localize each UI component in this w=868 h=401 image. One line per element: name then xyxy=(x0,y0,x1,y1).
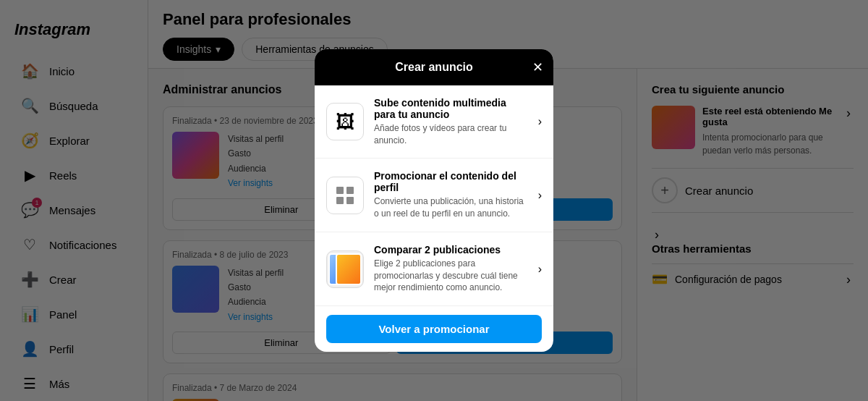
svg-rect-1 xyxy=(346,187,354,194)
modal-option-perfil[interactable]: Promocionar el contenido del perfil Conv… xyxy=(315,159,553,232)
modal-opt-desc-perfil: Convierte una publicación, una historia … xyxy=(374,195,528,220)
modal: Crear anuncio ✕ 🖼 Sube contenido multime… xyxy=(315,49,553,353)
modal-header: Crear anuncio ✕ xyxy=(315,49,553,85)
modal-opt-title-perfil: Promocionar el contenido del perfil xyxy=(374,170,528,193)
modal-opt-title-multimedia: Sube contenido multimedia para tu anunci… xyxy=(374,97,528,120)
modal-back-button[interactable]: Volver a promocionar xyxy=(326,315,542,343)
svg-rect-3 xyxy=(346,197,354,204)
comparar-chevron-icon: › xyxy=(538,263,542,276)
modal-opt-text-perfil: Promocionar el contenido del perfil Conv… xyxy=(374,170,528,220)
modal-option-multimedia[interactable]: 🖼 Sube contenido multimedia para tu anun… xyxy=(315,85,553,159)
modal-opt-desc-comparar: Elige 2 publicaciones para promocionarla… xyxy=(374,258,528,294)
modal-close-button[interactable]: ✕ xyxy=(532,59,543,75)
compare-img-right xyxy=(336,253,362,285)
compare-icon xyxy=(326,250,364,288)
modal-overlay[interactable]: Crear anuncio ✕ 🖼 Sube contenido multime… xyxy=(0,0,868,401)
modal-opt-desc-multimedia: Añade fotos y vídeos para crear tu anunc… xyxy=(374,122,528,147)
multimedia-chevron-icon: › xyxy=(538,115,542,128)
profile-content-icon xyxy=(326,177,364,214)
modal-title: Crear anuncio xyxy=(395,61,473,73)
svg-rect-2 xyxy=(336,197,344,204)
modal-opt-text-multimedia: Sube contenido multimedia para tu anunci… xyxy=(374,97,528,147)
perfil-chevron-icon: › xyxy=(538,189,542,202)
multimedia-icon: 🖼 xyxy=(326,103,364,140)
modal-opt-title-comparar: Comparar 2 publicaciones xyxy=(374,244,528,256)
compare-stack xyxy=(327,250,363,288)
modal-option-comparar[interactable]: Comparar 2 publicaciones Elige 2 publica… xyxy=(315,232,553,306)
svg-rect-0 xyxy=(336,187,344,194)
modal-opt-text-comparar: Comparar 2 publicaciones Elige 2 publica… xyxy=(374,244,528,294)
